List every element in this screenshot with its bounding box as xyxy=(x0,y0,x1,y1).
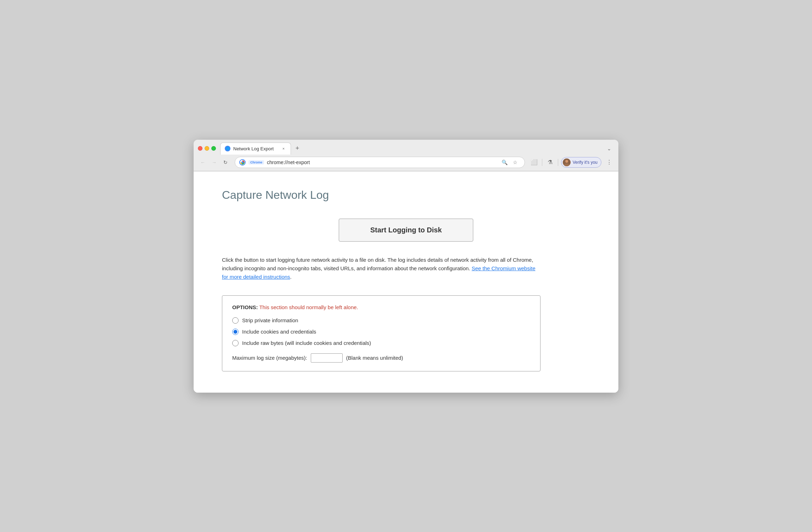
tab-bar: 🌐 Network Log Export × + ⌄ xyxy=(194,140,618,155)
chevron-down-icon[interactable]: ⌄ xyxy=(604,144,614,154)
options-warning: This section should normally be left alo… xyxy=(259,304,358,310)
max-log-size-row: Maximum log size (megabytes): (Blank mea… xyxy=(232,353,530,363)
tab-right-controls: ⌄ xyxy=(604,144,614,154)
start-logging-button[interactable]: Start Logging to Disk xyxy=(339,219,473,242)
new-tab-button[interactable]: + xyxy=(292,144,302,154)
tab-close-button[interactable]: × xyxy=(281,146,286,151)
strip-private-radio[interactable] xyxy=(232,317,239,324)
separator xyxy=(542,159,542,166)
profile-label: Verify it's you xyxy=(573,160,597,165)
traffic-lights xyxy=(198,146,216,151)
max-log-label: Maximum log size (megabytes): xyxy=(232,355,307,361)
include-cookies-label: Include cookies and credentials xyxy=(242,329,316,335)
include-raw-bytes-radio[interactable] xyxy=(232,340,239,346)
title-bar: 🌐 Network Log Export × + ⌄ ← → ↻ xyxy=(194,140,618,171)
chrome-icon xyxy=(239,159,246,166)
options-header: OPTIONS: This section should normally be… xyxy=(232,304,530,310)
profile-button[interactable]: Verify it's you xyxy=(561,157,601,168)
url-icons: 🔍 ☆ xyxy=(500,157,520,167)
svg-point-0 xyxy=(241,161,244,163)
active-tab[interactable]: 🌐 Network Log Export × xyxy=(220,143,291,155)
description-text: Click the button to start logging future… xyxy=(222,256,541,281)
svg-point-2 xyxy=(565,160,568,163)
radio-item-raw[interactable]: Include raw bytes (will include cookies … xyxy=(232,340,530,346)
include-raw-bytes-label: Include raw bytes (will include cookies … xyxy=(242,340,371,346)
strip-private-label: Strip private information xyxy=(242,317,298,323)
radio-group: Strip private information Include cookie… xyxy=(232,317,530,346)
reload-button[interactable]: ↻ xyxy=(221,157,230,167)
extension-icon[interactable]: ⬜ xyxy=(529,157,539,167)
browser-window: 🌐 Network Log Export × + ⌄ ← → ↻ xyxy=(194,140,618,393)
bookmark-icon[interactable]: ☆ xyxy=(510,157,520,167)
page-title: Capture Network Log xyxy=(222,189,590,202)
separator-2 xyxy=(558,159,558,166)
search-icon[interactable]: 🔍 xyxy=(500,157,510,167)
url-bar[interactable]: Chrome chrome://net-export 🔍 ☆ xyxy=(235,157,525,168)
options-label: OPTIONS: xyxy=(232,304,258,310)
radio-item-cookies[interactable]: Include cookies and credentials xyxy=(232,329,530,335)
avatar xyxy=(563,158,571,166)
menu-button[interactable]: ⋮ xyxy=(604,157,614,167)
tab-favicon-icon: 🌐 xyxy=(225,146,230,151)
options-box: OPTIONS: This section should normally be… xyxy=(222,295,541,371)
max-log-input[interactable] xyxy=(311,353,343,363)
include-cookies-radio[interactable] xyxy=(232,329,239,335)
radio-item-strip[interactable]: Strip private information xyxy=(232,317,530,324)
max-log-suffix: (Blank means unlimited) xyxy=(346,355,403,361)
address-bar: ← → ↻ Chrome chrome://net-export 🔍 ☆ xyxy=(194,155,618,171)
forward-button[interactable]: → xyxy=(209,157,219,167)
tab-title: Network Log Export xyxy=(233,146,278,151)
chrome-badge: Chrome xyxy=(248,160,264,164)
close-button[interactable] xyxy=(198,146,202,151)
url-text: chrome://net-export xyxy=(267,160,497,165)
minimize-button[interactable] xyxy=(205,146,209,151)
page-content: Capture Network Log Start Logging to Dis… xyxy=(194,171,618,393)
maximize-button[interactable] xyxy=(211,146,216,151)
lab-icon[interactable]: ⚗ xyxy=(545,157,555,167)
back-button[interactable]: ← xyxy=(198,157,208,167)
